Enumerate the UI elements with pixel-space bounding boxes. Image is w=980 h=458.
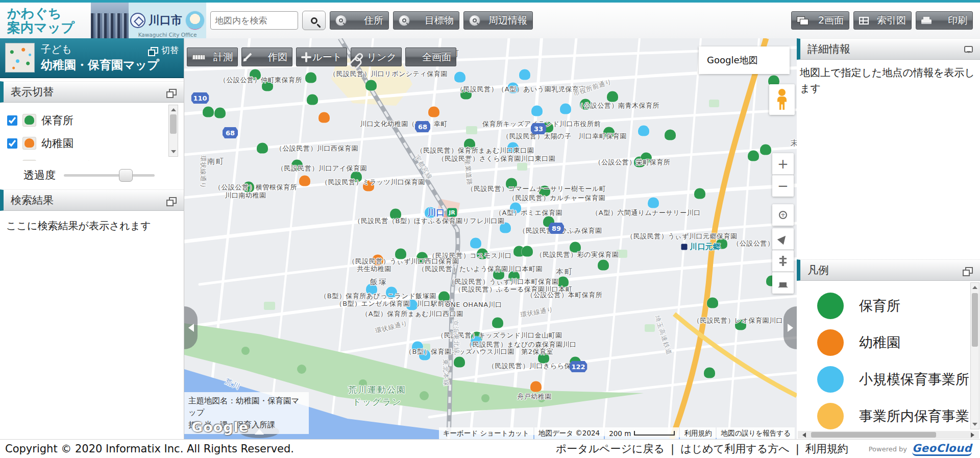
city-emblem-icon [130,13,145,28]
route-shield: 68 [223,127,238,138]
link-button[interactable]: リンク [351,47,402,66]
layer-row: 保育所 [7,109,163,132]
display-toggle-title: 表示切替 [11,85,54,99]
opacity-slider-handle[interactable] [119,169,133,182]
geocloud-logo[interactable]: GeoCloud [912,442,972,456]
draw-button[interactable]: 作図 [241,47,292,66]
google-maps-button[interactable]: Google地図 [699,46,790,74]
two-screen-button[interactable]: 2画面 [791,11,849,30]
search-results-header: 検索結果 [0,189,184,211]
footer-link[interactable]: はじめて利用する方へ [680,442,789,456]
search-input[interactable] [210,11,298,30]
search-icon [311,17,317,24]
layer-checkbox[interactable] [7,115,17,126]
station-kawaguchi: 川口 JR [427,207,457,219]
city-mascot-icon [185,11,205,30]
scroll-down-button[interactable] [971,421,979,429]
legend-color-dot [817,366,844,393]
station-kawaguchi-motogo: 川口元郷 [681,242,721,252]
scrollbar-thumb[interactable] [811,432,936,438]
terms-link[interactable]: 利用規約 [680,427,716,439]
map-canvas[interactable]: 並木元町（公設公営）仲町東保育所（民設民営）川口リボンシティ保育園（民設民営）（… [184,38,797,439]
navigation-arrow-icon [777,233,789,245]
home-icon [779,282,787,287]
scrollbar-thumb[interactable] [170,114,177,134]
opacity-label: 透過度 [23,168,56,182]
search-button[interactable] [302,11,326,30]
keyboard-shortcuts-link[interactable]: キーボード ショートカット [439,427,533,439]
popout-icon[interactable] [169,197,177,204]
measure-label: 計測 [213,51,233,64]
draw-label: 作図 [268,51,287,64]
nearby-info-button[interactable]: 周辺情報 [463,11,533,30]
print-button[interactable]: 印刷 [916,11,973,30]
scroll-down-button[interactable] [169,148,178,156]
comment-bubble-icon[interactable] [964,46,973,53]
legend-item-label: 保育所 [859,297,900,315]
print-label: 印刷 [948,14,967,27]
fullscreen-label: 全画面 [422,51,451,64]
legend-color-dot [817,293,844,319]
app-logo-line1: かわぐち [7,6,91,20]
layer-label: 保育所 [41,113,74,128]
pegman-control[interactable] [769,84,795,115]
legend-color-dot [817,403,844,429]
legend-item-label: 小規模保育事業所 [859,370,969,389]
landmark-search-button[interactable]: 目標物 [393,11,459,30]
city-logo-block: 川口市 Kawaguchi City Office [129,3,206,38]
index-map-label: 索引図 [877,14,906,27]
layer-checkbox[interactable] [7,138,17,149]
route-button[interactable]: ルート [296,47,347,66]
map-data-credit: 地図データ ©2024 [534,427,604,439]
zoom-out-button[interactable]: − [772,175,794,197]
theme-category: 子ども [41,42,159,56]
fullscreen-button[interactable]: 全画面 [405,47,456,66]
popout-icon[interactable] [169,89,177,95]
link-icon [353,52,364,62]
address-search-button[interactable]: 住所 [330,11,389,30]
theme-header: 子ども 幼稚園・保育園マップ 切替 [0,38,184,78]
zoom-in-button[interactable]: + [772,153,794,175]
nearby-info-label: 周辺情報 [488,14,527,27]
route-shield: 122 [569,361,587,372]
legend-list: 保育所幼稚園小規模保育事業所事業所内保育事業 [797,281,970,430]
scroll-up-button[interactable] [971,283,979,291]
zoom-rectangle-button[interactable]: + [772,204,794,226]
pan-right-button[interactable] [783,306,797,349]
footer-link[interactable]: 利用規約 [805,442,848,456]
scrollbar-thumb[interactable] [972,293,978,347]
measure-distance-button[interactable] [772,250,794,272]
search-badge-icon [469,15,480,26]
scroll-right-button[interactable] [971,432,977,438]
map-attribution-bar: キーボード ショートカット 地図データ ©2024 200 m 利用規約 地図の… [439,427,795,439]
address-search-label: 住所 [364,14,383,27]
copyright-text: Copyright © 2020 Informatix Inc. All Rig… [5,443,294,455]
legend-vertical-scrollbar[interactable] [970,282,979,429]
theme-switch-button[interactable]: 切替 [151,44,179,56]
popout-icon[interactable] [965,267,973,274]
layer-list-scrollbar[interactable] [168,105,178,157]
route-shield: 33 [531,123,546,134]
legend-item-label: 幼稚園 [859,333,900,352]
display-toggle-header: 表示切替 [0,81,184,103]
home-view-button[interactable] [772,272,794,294]
current-location-button[interactable] [772,228,794,250]
header: かわぐち 案内マップ 川口市 Kawaguchi City Office 住所 … [0,3,980,38]
report-map-error-link[interactable]: 地図の誤りを報告する [717,427,795,439]
layer-marker-icon [22,137,36,150]
legend-item: 幼稚園 [797,324,970,361]
footer-link[interactable]: ポータルページに戻る [556,442,665,456]
scroll-left-button[interactable] [800,432,806,438]
index-map-button[interactable]: 索引図 [853,11,912,30]
landmark-search-label: 目標物 [425,14,454,27]
opacity-slider-track[interactable] [64,174,155,177]
layer-row: 幼稚園 [7,132,163,155]
layer-row: 小規模保育事業所 [7,155,163,161]
jr-logo-icon: JR [447,208,457,217]
pan-left-button[interactable] [184,306,198,349]
legend-item-label: 事業所内保育事業 [859,407,969,425]
header-right-buttons: 2画面 索引図 印刷 [791,11,973,30]
scroll-up-button[interactable] [169,105,178,113]
legend-horizontal-scrollbar[interactable] [798,431,979,439]
measure-button[interactable]: 計測 [187,47,238,66]
